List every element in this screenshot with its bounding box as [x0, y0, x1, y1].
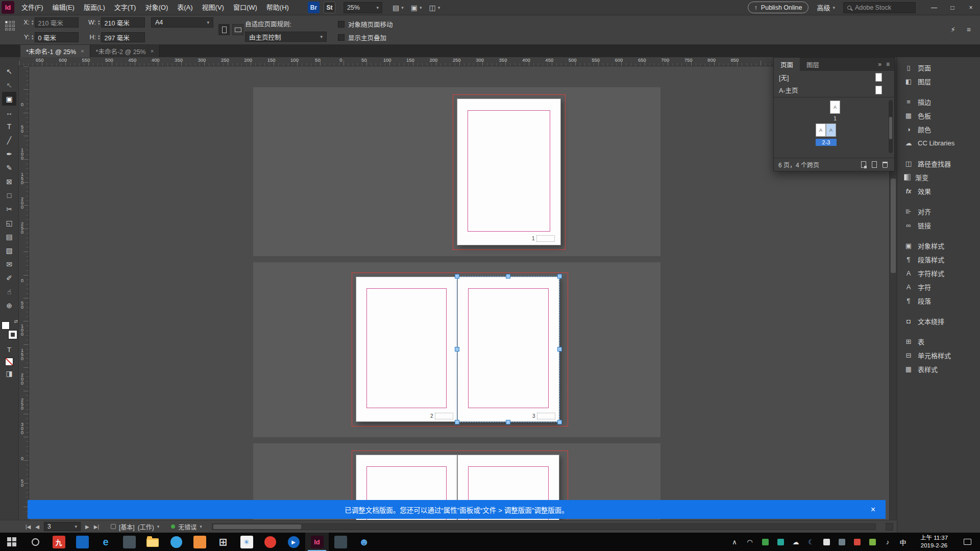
dock-panel-button[interactable]: A 字符样式 [897, 266, 980, 280]
dock-panel-button[interactable]: ◫ 路径查找器 [897, 157, 980, 170]
dock-panel-button[interactable]: ▦ 表样式 [897, 362, 980, 376]
edit-page-size-icon[interactable] [861, 161, 866, 168]
page-3-thumbnail[interactable]: A [826, 123, 836, 137]
app-icon-player[interactable]: ▶ [282, 533, 305, 551]
first-page-button[interactable]: |◀ [26, 524, 31, 530]
pencil-tool[interactable]: ✎ [2, 161, 16, 174]
document-tab[interactable]: *未命名-2 @ 25% × [90, 45, 160, 57]
restore-button[interactable]: □ [943, 0, 962, 15]
dock-panel-button[interactable]: ▦ 色板 [897, 109, 980, 122]
page-tool[interactable]: ▣ [2, 92, 16, 106]
master-page-thumbnail[interactable] [875, 86, 882, 94]
page-2-thumbnail[interactable]: A [816, 123, 826, 137]
x-stepper[interactable]: ▴▾ [32, 19, 34, 26]
start-button[interactable] [0, 533, 23, 551]
free-transform-tool[interactable]: ◱ [2, 216, 16, 230]
menu-item[interactable]: 窗口(W) [229, 0, 262, 15]
selection-handle[interactable] [557, 420, 562, 424]
selection-tool[interactable]: ↖ [2, 64, 16, 78]
menu-item[interactable]: 文字(T) [110, 0, 141, 15]
workspace-switcher[interactable]: 高级 ▾ [817, 3, 835, 12]
app-icon-redcircle[interactable] [258, 533, 282, 551]
note-tool[interactable]: ✉ [2, 257, 16, 271]
page-2[interactable] [356, 277, 457, 422]
gradient-feather-tool[interactable]: ▧ [2, 243, 16, 257]
selection-handle[interactable] [455, 347, 459, 352]
reference-point-proxy[interactable] [5, 21, 15, 31]
preflight-profile-menu[interactable]: [基本] (工作) ▾ [111, 522, 159, 531]
dock-panel-button[interactable]: ¶ 段落样式 [897, 253, 980, 266]
dock-panel-button[interactable]: ▣ 对象样式 [897, 239, 980, 253]
view-options-icon[interactable]: ▤ ▾ [393, 4, 404, 12]
menu-item[interactable]: 版面(L) [79, 0, 110, 15]
scrollbar-thumb[interactable] [213, 524, 301, 529]
panel-menu-icon[interactable]: ≡ [886, 61, 890, 68]
scissors-tool[interactable]: ✂ [2, 202, 16, 216]
dock-panel-button[interactable]: fx 效果 [897, 184, 980, 198]
height-stepper[interactable]: ▴▾ [98, 34, 100, 40]
selection-handle[interactable] [506, 274, 510, 279]
gap-tool[interactable]: ↔ [2, 106, 16, 119]
tray-grid-icon[interactable] [834, 533, 849, 551]
preflight-status-menu[interactable]: 无错误 ▾ [171, 522, 202, 531]
portrait-button[interactable] [218, 24, 230, 35]
master-page-thumbnail[interactable] [875, 73, 882, 82]
tray-green-icon[interactable] [865, 533, 880, 551]
screen-mode-button[interactable]: ◨ [6, 369, 12, 378]
app-icon-grid[interactable]: ⊞ [211, 533, 235, 551]
document-canvas[interactable]: 1 2 3 [29, 66, 889, 520]
objects-move-checkbox[interactable]: 对象随页面移动 [338, 19, 393, 29]
landscape-button[interactable] [232, 24, 243, 35]
dock-panel-button[interactable]: ☁ CC Libraries [897, 136, 980, 150]
panel-tab[interactable]: 页面 [774, 58, 800, 71]
previous-page-button[interactable]: ◀ [35, 524, 39, 530]
volume-icon[interactable]: ♪ [880, 533, 895, 551]
rectangle-tool[interactable]: □ [2, 188, 16, 202]
control-panel-menu-icon[interactable]: ≡ [967, 26, 971, 34]
publish-online-button[interactable]: ↑ Publish Online [748, 2, 809, 13]
close-icon[interactable]: × [868, 500, 878, 519]
hand-tool[interactable]: ☝ [2, 285, 16, 298]
scrollbar-thumb[interactable] [889, 117, 892, 139]
menu-item[interactable]: 表(A) [173, 0, 197, 15]
selection-handle[interactable] [557, 274, 562, 279]
dock-panel-button[interactable]: ≡ 描边 [897, 95, 980, 109]
show-master-overlay-checkbox[interactable]: 显示主页叠加 [338, 33, 386, 42]
page-1-thumbnail[interactable]: A [830, 101, 840, 114]
stroke-swatch[interactable] [9, 331, 17, 339]
page-number-select[interactable]: 3 ▾ [44, 522, 81, 531]
selection-handle[interactable] [455, 274, 459, 279]
dock-panel-button[interactable]: ◘ 文本绕排 [897, 314, 980, 328]
edge-icon[interactable]: e [94, 533, 117, 551]
indesign-taskbar-icon[interactable]: Id [305, 533, 329, 551]
dock-panel-button[interactable]: ▯ 页面 [897, 61, 980, 74]
action-center-button[interactable] [958, 539, 977, 545]
type-tool[interactable]: T [2, 119, 16, 133]
x-field[interactable]: 210 毫米 [35, 17, 79, 28]
tray-white-icon[interactable] [819, 533, 834, 551]
dock-panel-button[interactable]: ◑ 颜色 [897, 122, 980, 136]
network-icon[interactable]: ◠ [742, 533, 757, 551]
tray-teal-icon[interactable] [773, 533, 788, 551]
width-stepper[interactable]: ▴▾ [98, 19, 100, 26]
tray-red-icon[interactable] [849, 533, 865, 551]
minimize-button[interactable]: — [925, 0, 943, 15]
app-icon-dark2[interactable] [329, 533, 352, 551]
direct-selection-tool[interactable]: ↖ [2, 78, 16, 92]
stock-search-input[interactable]: Adobe Stock [843, 2, 916, 13]
app-icon-orange[interactable] [188, 533, 211, 551]
new-page-icon[interactable] [872, 161, 877, 168]
onedrive-icon[interactable]: ☁ [788, 533, 803, 551]
file-explorer-icon[interactable] [141, 533, 164, 551]
formatting-affects-text-button[interactable]: T [4, 345, 15, 354]
swap-fill-stroke-icon[interactable]: ⇄ [14, 319, 18, 324]
collapse-panel-icon[interactable]: » [878, 61, 881, 68]
menu-item[interactable]: 对象(O) [140, 0, 173, 15]
last-page-button[interactable]: ▶| [94, 524, 99, 530]
stock-app-button[interactable]: St [324, 2, 335, 13]
scrollbar-thumb[interactable] [891, 179, 896, 273]
master-page-row[interactable]: [无] [774, 71, 894, 84]
app-icon-skyblue[interactable] [164, 533, 188, 551]
line-tool[interactable]: ╱ [2, 133, 16, 147]
rectangle-frame-tool[interactable]: ⊠ [2, 174, 16, 188]
